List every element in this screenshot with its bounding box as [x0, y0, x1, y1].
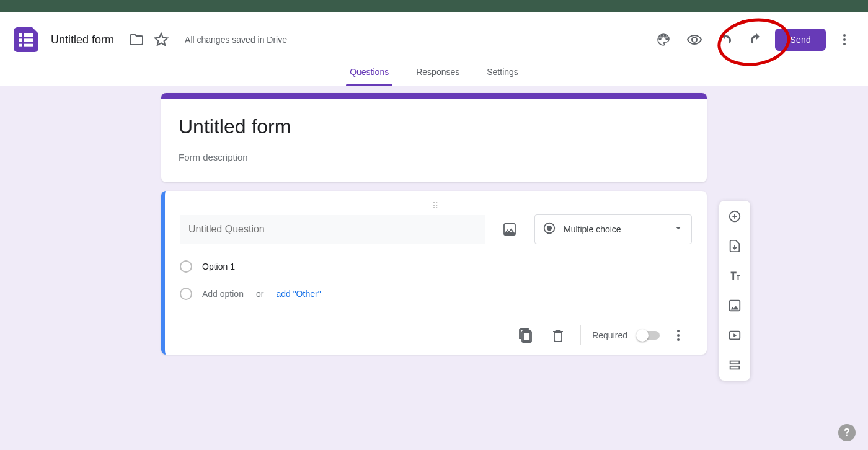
floating-toolbar: [719, 201, 750, 381]
more-menu-icon[interactable]: [832, 27, 857, 52]
add-question-icon[interactable]: [723, 206, 746, 227]
question-footer: Required: [180, 315, 692, 355]
header-top-row: Untitled form All changes saved in Drive…: [0, 12, 868, 55]
import-questions-icon[interactable]: [723, 236, 746, 257]
move-to-folder-icon[interactable]: [124, 27, 149, 52]
add-option-row: Add option or add "Other": [180, 288, 692, 300]
svg-point-11: [677, 330, 680, 332]
question-title-input[interactable]: [180, 215, 485, 244]
form-title-text[interactable]: Untitled form: [179, 115, 689, 138]
star-icon[interactable]: [149, 27, 174, 52]
help-icon[interactable]: ?: [838, 424, 856, 441]
divider: [580, 325, 581, 345]
svg-point-13: [677, 338, 680, 341]
add-image-to-question-icon[interactable]: [496, 216, 523, 243]
radio-empty-icon: [180, 288, 192, 300]
or-text: or: [256, 289, 264, 299]
save-status-text: All changes saved in Drive: [185, 35, 287, 45]
question-type-label: Multiple choice: [564, 224, 665, 234]
redo-icon[interactable]: [744, 27, 769, 52]
option-row[interactable]: Option 1: [180, 260, 692, 273]
send-button[interactable]: Send: [775, 29, 826, 51]
form-title-card[interactable]: Untitled form Form description: [161, 93, 707, 182]
question-type-select[interactable]: Multiple choice: [534, 214, 692, 244]
tab-bar: Questions Responses Settings: [0, 55, 868, 86]
tab-questions[interactable]: Questions: [346, 67, 392, 86]
svg-point-10: [547, 226, 552, 231]
svg-point-12: [677, 334, 680, 337]
add-video-icon[interactable]: [723, 325, 746, 346]
radio-checked-icon: [542, 221, 556, 237]
add-other-button[interactable]: add "Other": [276, 289, 321, 299]
svg-rect-5: [24, 44, 33, 47]
browser-chrome-bar: [0, 0, 868, 12]
form-description-placeholder[interactable]: Form description: [179, 152, 689, 162]
question-more-icon[interactable]: [665, 322, 692, 349]
svg-rect-17: [730, 361, 740, 364]
svg-rect-4: [19, 44, 22, 47]
svg-rect-18: [730, 366, 740, 369]
svg-point-8: [843, 43, 846, 45]
add-section-icon[interactable]: [723, 355, 746, 376]
forms-logo-icon[interactable]: [14, 27, 38, 52]
form-column: Untitled form Form description ⠿ Multipl…: [161, 93, 707, 450]
undo-icon[interactable]: [713, 27, 738, 52]
preview-icon[interactable]: [682, 27, 707, 52]
svg-point-6: [843, 34, 846, 37]
drag-handle-icon[interactable]: ⠿: [180, 201, 692, 213]
add-image-icon[interactable]: [723, 295, 746, 316]
svg-point-7: [843, 38, 846, 41]
delete-icon[interactable]: [544, 322, 572, 349]
duplicate-icon[interactable]: [512, 322, 539, 349]
tab-responses[interactable]: Responses: [412, 67, 463, 86]
svg-rect-1: [24, 33, 33, 37]
add-option-button[interactable]: Add option: [202, 289, 244, 299]
required-label: Required: [592, 330, 627, 340]
header-actions: Send: [651, 27, 857, 52]
question-card[interactable]: ⠿ Multiple choice Option 1: [161, 191, 707, 355]
svg-rect-2: [19, 38, 22, 42]
svg-rect-3: [24, 38, 33, 42]
option-text[interactable]: Option 1: [202, 262, 235, 271]
question-header-row: Multiple choice: [180, 214, 692, 244]
radio-empty-icon: [180, 260, 192, 273]
app-header: Untitled form All changes saved in Drive…: [0, 12, 868, 86]
svg-rect-0: [19, 33, 22, 37]
form-title-input[interactable]: Untitled form: [51, 33, 114, 46]
required-toggle[interactable]: [637, 331, 660, 340]
customize-theme-icon[interactable]: [651, 27, 676, 52]
question-options: Option 1 Add option or add "Other": [180, 260, 692, 300]
add-title-icon[interactable]: [723, 265, 746, 286]
tab-settings[interactable]: Settings: [483, 67, 522, 86]
caret-down-icon: [673, 223, 684, 236]
